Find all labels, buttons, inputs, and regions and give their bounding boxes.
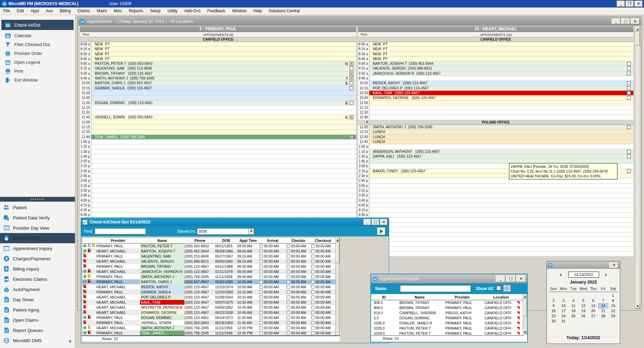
sidebar-item-task-management[interactable]: Task Management [0,346,75,348]
time-checkbox[interactable] [287,265,290,268]
schedule-row[interactable]: 3:30 p [80,188,356,193]
time-checkbox[interactable] [259,321,263,324]
schedule-row[interactable]: 9:45 aSMITH, ANTHONY J (330) 758-3345?× [80,76,356,81]
calendar-day-4[interactable]: 4 [568,298,578,303]
calendar-day-13[interactable]: 13 [588,303,598,308]
time-checkbox[interactable] [259,290,263,294]
time-checkbox[interactable] [287,260,290,263]
appointment-cell[interactable] [91,174,356,178]
scroll-down-icon[interactable]: ▼ [635,304,640,308]
appointment-cell[interactable] [91,144,356,149]
column-header-checkin[interactable]: Checkin [286,237,311,243]
based-on-dropdown[interactable]: DOB ▼ [197,228,254,235]
menu-solutions-central[interactable]: Solutions Central [265,8,303,15]
schedule-row[interactable]: 11:45 aVERNELL, EDWIN (330) 563-5843E× [80,115,356,120]
minimize-button[interactable]: _ [364,219,371,225]
menu-misc[interactable]: Misc [110,8,125,15]
time-checkbox[interactable] [287,311,290,314]
appointment-cell[interactable]: PAXTON, PETER T (330) 563-5843 [91,61,356,66]
find-input[interactable] [95,228,146,234]
sidebar-splitter[interactable] [0,197,75,202]
sidebar-item-billing-inquiry[interactable]: $Billing Inquiry [0,264,75,274]
time-checkbox[interactable] [311,244,315,248]
time-checkbox[interactable] [311,265,315,268]
schedule-row[interactable]: 2:15 p [80,164,356,169]
appointment-request-scrollbar[interactable]: ▲ ▼ [523,294,527,335]
schedule-row[interactable]: 3:45 p [358,198,633,203]
time-checkbox[interactable] [311,270,315,273]
confirm-checkbox[interactable] [627,62,631,66]
time-checkbox[interactable] [287,306,290,309]
schedule-row[interactable]: 3:30 p [358,193,633,198]
appointment-cell[interactable] [369,247,633,251]
schedule-row[interactable]: 8:00 aNEW PT [358,42,633,47]
time-checkbox[interactable] [311,275,315,278]
appointment-cell[interactable]: EDWARDS, GEORGE (330) 123-4567 [369,96,633,100]
appointment-cell[interactable]: NEW PT [91,47,356,51]
schedule-row[interactable]: 1:45 p [80,154,356,159]
sidebar-item-report-queues[interactable]: Report Queues [0,325,75,335]
appointment-cell[interactable]: JANKOVICH, VERNON R (330) 123-4567 [369,71,633,76]
calendar-day-29[interactable]: 29 [608,314,618,319]
confirm-checkbox[interactable] [627,169,631,173]
time-checkbox[interactable] [311,331,315,335]
time-checkbox[interactable] [287,295,290,299]
calendar-day-17[interactable]: 17 [558,308,568,314]
appointment-cell[interactable]: SMITH, ANTHONY J (330) 758-3345 [369,125,633,129]
time-checkbox[interactable] [259,316,263,319]
schedule-row[interactable]: 12:30 p [80,130,356,134]
calendar-day-15[interactable]: 15 [608,303,618,308]
appointment-cell[interactable] [91,105,356,110]
schedule-row[interactable]: 1:00 p [80,140,356,144]
schedule-row[interactable]: 11:30 a [80,110,356,115]
scroll-up-icon[interactable]: ▲ [635,27,640,31]
appointment-cell[interactable] [91,164,356,168]
calendar-date-input[interactable]: 01/14/2022 [568,272,599,278]
maximize-button[interactable]: □ [506,275,516,282]
scrollbar-thumb[interactable] [523,299,527,316]
calendar-day-27[interactable]: 27 [588,314,598,319]
sidebar-item-check-in-out[interactable]: Check-In/Out [0,233,75,243]
table-row[interactable]: 818.0CAMPBELL, SHERRIEPREGG, KATHYCANFIE… [371,310,524,316]
table-row[interactable]: $PRIMARY, PAULTEAL, JAMES(330) 758-33451… [82,331,335,336]
time-checkbox[interactable] [287,285,290,289]
table-row[interactable]: $PRIMARY, PAULSMITH, ANTHONY J(330) 758-… [82,274,335,279]
table-row[interactable]: $PRIMARY, PAULDOGAN, DOMINIC(330) 123-45… [82,315,335,320]
appointment-cell[interactable] [369,252,633,256]
time-checkbox[interactable] [259,244,263,248]
time-checkbox[interactable] [287,321,290,324]
schedule-row[interactable]: 6:00 p [358,242,633,247]
column-header-name[interactable]: Name [397,294,443,300]
schedule-row[interactable]: 11:00 aDOGAN, DOMINIC (330) 123-4561E [80,101,356,105]
time-checkbox[interactable] [287,316,290,319]
scroll-up-icon[interactable]: ▲ [523,294,527,299]
schedule-row[interactable]: 6:15 p [358,247,633,251]
schedule-row[interactable]: 3:15 p [80,184,356,188]
time-checkbox[interactable] [311,290,315,294]
appointment-cell[interactable] [91,154,356,159]
appointment-cell[interactable]: NEW PT [91,57,356,61]
table-row[interactable]: PRIMARY, PAULVALENTINO, SAM(330) 213-969… [82,254,335,259]
schedule-row[interactable]: 10:45 aEDWARDS, GEORGE (330) 123-4567 [358,96,633,100]
appointment-cell[interactable] [91,140,356,144]
time-checkbox[interactable] [287,275,290,278]
sidebar-item-electronic-claims[interactable]: Electronic Claims [0,274,75,284]
menu-add-ons[interactable]: Add-Ons [181,8,204,15]
sidebar-item-provider-day-view[interactable]: 11Provider Day View [0,223,75,233]
calendar-day-23[interactable]: 23 [549,314,558,319]
schedule-row[interactable]: 4:45 p [358,218,633,222]
schedule-row[interactable]: 10:15 aGERBER, SHEILA (330) 123-4567 [80,86,356,91]
calendar-day-10[interactable]: 10 [558,303,568,308]
schedule-row[interactable]: 4:30 p [358,213,633,217]
appointment-cell[interactable] [369,198,633,203]
calendar-day-6[interactable]: 6 [588,298,598,303]
schedule-row[interactable]: 3:15 p [358,188,633,193]
schedule-row[interactable]: 8:15 aNEW PT [80,47,356,52]
schedule-row[interactable]: 8:45 aNEW PT [358,57,633,61]
appointment-cell[interactable] [369,184,633,188]
time-checkbox[interactable] [311,326,315,330]
table-row[interactable]: 5.0DOGAN, DOMINICPRIMARY, PAULCANFIELD O… [371,316,524,321]
maximize-button[interactable]: □ [621,18,630,24]
confirm-checkbox[interactable] [627,150,631,154]
calendar-day-18[interactable]: 18 [568,308,578,314]
